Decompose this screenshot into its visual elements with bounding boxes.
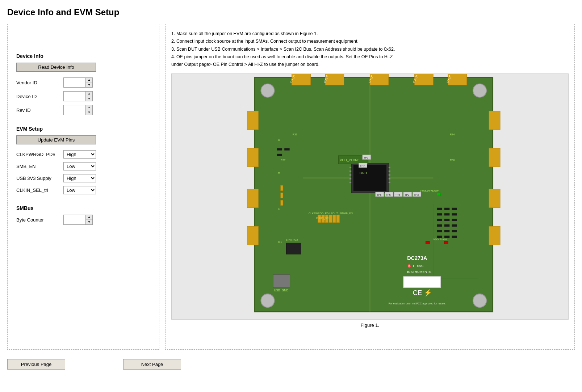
svg-rect-79 <box>281 201 283 206</box>
rev-id-up[interactable]: ▲ <box>86 105 92 110</box>
device-id-down[interactable]: ▼ <box>86 96 92 101</box>
device-info-section-title: Device Info <box>16 53 150 59</box>
smb-en-select[interactable]: High Low <box>63 162 96 170</box>
svg-rect-104 <box>286 243 301 254</box>
rev-id-input[interactable]: 0 <box>64 107 85 114</box>
vendor-id-spinbox[interactable]: 10 ▲ ▼ <box>63 77 93 88</box>
svg-rect-13 <box>247 189 259 208</box>
svg-rect-60 <box>273 275 290 288</box>
read-device-info-button[interactable]: Read Device Info <box>16 63 96 72</box>
svg-text:J7: J7 <box>278 207 281 210</box>
svg-rect-77 <box>281 185 283 190</box>
svg-text:R37: R37 <box>281 159 285 162</box>
vendor-id-input[interactable]: 10 <box>64 79 85 86</box>
svg-text:DC273A: DC273A <box>407 255 427 261</box>
smb-en-label: SMB_EN <box>16 164 63 169</box>
svg-text:USB_GND: USB_GND <box>274 289 288 292</box>
svg-rect-82 <box>277 154 282 156</box>
svg-rect-11 <box>247 111 259 130</box>
clkin-sel-label: CLKIN_SEL_tri <box>16 187 63 193</box>
svg-rect-17 <box>489 189 500 208</box>
evm-setup-section-title: EVM Setup <box>16 126 150 132</box>
svg-text:TP7: TP7 <box>360 164 365 168</box>
next-page-button[interactable]: Next Page <box>123 359 181 370</box>
svg-rect-18 <box>489 226 500 245</box>
svg-rect-65 <box>403 277 441 288</box>
byte-counter-label: Byte Counter <box>16 217 63 223</box>
svg-rect-30 <box>389 182 390 183</box>
svg-rect-72 <box>333 215 336 223</box>
svg-text:J11: J11 <box>278 241 282 244</box>
right-panel: 1. Make sure all the jumper on EVM are c… <box>165 24 575 350</box>
vendor-id-down[interactable]: ▼ <box>86 83 92 87</box>
byte-counter-down[interactable]: ▼ <box>86 220 92 224</box>
svg-rect-58 <box>444 236 449 238</box>
smbus-section-title: SMBus <box>16 205 150 211</box>
rev-id-down[interactable]: ▼ <box>86 110 92 115</box>
instruction-line1: 1. Make sure all the jumper on EVM are c… <box>171 30 569 38</box>
clkpwrgd-label: CLKPWRGD_PD# <box>16 152 63 157</box>
svg-rect-51 <box>437 224 442 227</box>
svg-point-1 <box>261 84 275 97</box>
svg-rect-16 <box>489 148 500 167</box>
main-content: Device Info Read Device Info Vendor ID 1… <box>7 24 575 350</box>
vendor-id-up[interactable]: ▲ <box>86 78 92 83</box>
svg-point-4 <box>473 294 486 307</box>
svg-text:R33: R33 <box>293 133 297 136</box>
svg-text:TP1: TP1 <box>364 156 368 159</box>
clkin-sel-select[interactable]: High Low <box>63 186 96 194</box>
device-id-spinbox[interactable]: 36 ▲ ▼ <box>63 91 93 101</box>
page-wrapper: Device Info and EVM Setup Device Info Re… <box>0 0 582 392</box>
board-image-container: VDD_PLANE TP1 TP7 GND <box>171 73 569 320</box>
device-id-arrows: ▲ ▼ <box>85 92 92 101</box>
rev-id-spinbox[interactable]: 0 ▲ ▼ <box>63 105 93 115</box>
svg-text:GND: GND <box>360 172 367 175</box>
byte-counter-spinbox[interactable]: 7 ▲ ▼ <box>63 215 93 225</box>
update-evm-pins-button[interactable]: Update EVM Pins <box>16 135 96 144</box>
instruction-line5: under Output page> OE Pin Control > All … <box>171 61 569 68</box>
byte-counter-row: Byte Counter 7 ▲ ▼ <box>16 215 150 225</box>
byte-counter-up[interactable]: ▲ <box>86 215 92 220</box>
svg-text:TP4: TP4 <box>395 193 400 197</box>
svg-text:U2A 3V3: U2A 3V3 <box>286 239 298 242</box>
svg-rect-73 <box>336 215 339 223</box>
svg-rect-57 <box>437 236 442 238</box>
previous-page-button[interactable]: Previous Page <box>7 359 65 370</box>
device-id-label: Device ID <box>16 94 63 99</box>
vendor-id-label: Vendor ID <box>16 80 63 85</box>
svg-rect-59 <box>452 236 457 238</box>
instruction-line4: 4. OE pins jumper on the board can be us… <box>171 53 569 61</box>
instruction-line2: 2. Connect input clock source at the inp… <box>171 38 569 45</box>
svg-rect-52 <box>444 224 449 227</box>
svg-rect-38 <box>437 193 440 196</box>
usb-3v3-select[interactable]: High Low <box>63 174 96 182</box>
device-id-up[interactable]: ▲ <box>86 92 92 96</box>
rev-id-row: Rev ID 0 ▲ ▼ <box>16 105 150 115</box>
left-panel: Device Info Read Device Info Vendor ID 1… <box>7 24 159 350</box>
svg-rect-43 <box>444 208 449 210</box>
svg-point-2 <box>473 84 486 97</box>
board-svg: VDD_PLANE TP1 TP7 GND <box>172 74 568 319</box>
svg-text:SMB_EN: SMB_EN <box>342 212 353 215</box>
svg-text:CLKPWRGD_PD#: CLKPWRGD_PD# <box>309 212 330 215</box>
usb-3v3-row: USB 3V3 Supply High Low <box>16 174 150 182</box>
svg-rect-39 <box>426 241 430 244</box>
svg-rect-48 <box>437 219 442 221</box>
svg-text:R30: R30 <box>450 159 455 162</box>
svg-rect-50 <box>452 219 457 221</box>
smb-en-row: SMB_EN High Low <box>16 162 150 170</box>
rev-id-arrows: ▲ ▼ <box>85 105 92 115</box>
svg-rect-12 <box>247 148 259 167</box>
device-id-input[interactable]: 36 <box>64 93 85 100</box>
svg-rect-46 <box>444 213 449 215</box>
svg-text:VDD_PLANE: VDD_PLANE <box>340 159 360 162</box>
svg-rect-14 <box>247 226 259 245</box>
svg-text:LTST-C171GKT: LTST-C171GKT <box>420 190 439 193</box>
clkpwrgd-select[interactable]: High Low <box>63 150 96 159</box>
usb-3v3-label: USB 3V3 Supply <box>16 176 63 181</box>
svg-text:INSTRUMENTS: INSTRUMENTS <box>407 270 431 274</box>
vendor-id-arrows: ▲ ▼ <box>85 78 92 87</box>
svg-rect-28 <box>389 174 390 176</box>
vendor-id-row: Vendor ID 10 ▲ ▼ <box>16 77 150 88</box>
byte-counter-input[interactable]: 7 <box>64 216 85 223</box>
